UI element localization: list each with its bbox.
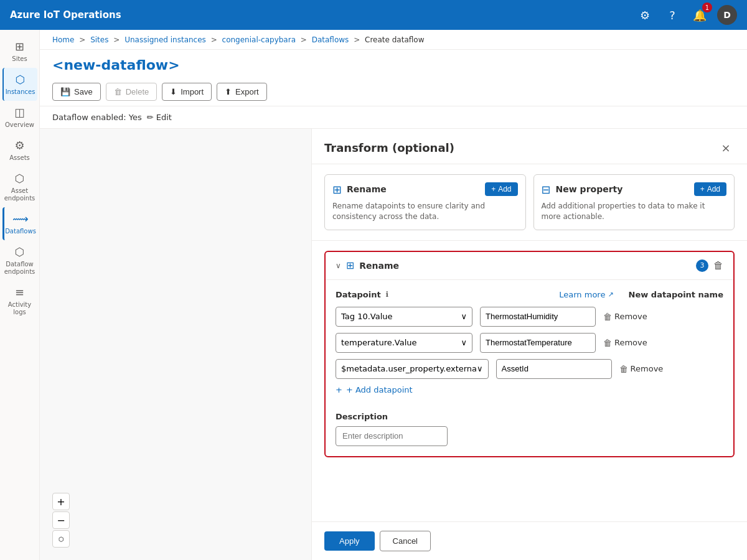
activity-logs-icon: ≡ xyxy=(15,286,24,299)
new-property-add-button[interactable]: + Add xyxy=(694,182,726,196)
sidebar-item-assets[interactable]: ⚙ Assets xyxy=(2,134,37,167)
help-icon[interactable]: ? xyxy=(662,5,682,25)
dataflow-status: Dataflow enabled: Yes xyxy=(52,113,142,122)
dataflows-icon: ⟿ xyxy=(12,212,29,225)
avatar[interactable]: D xyxy=(717,5,737,25)
sidebar-label-asset-endpoints: Asset endpoints xyxy=(4,187,35,202)
overview-icon: ◫ xyxy=(14,106,25,119)
rename-count-badge: 3 xyxy=(696,259,708,272)
save-button[interactable]: 💾 Save xyxy=(52,83,101,101)
delete-button[interactable]: 🗑 Delete xyxy=(106,83,157,101)
breadcrumb-unassigned[interactable]: Unassigned instances xyxy=(125,35,206,44)
new-name-input-1[interactable] xyxy=(480,307,596,327)
rename-delete-button[interactable]: 🗑 xyxy=(713,259,723,271)
datapoints-area: Datapoint ℹ Learn more ↗ New datapoint n… xyxy=(326,280,733,412)
datapoint-select-1-value: Tag 10.Value xyxy=(341,312,393,321)
rename-add-icon: + xyxy=(491,185,496,194)
datapoint-select-1[interactable]: Tag 10.Value ∨ xyxy=(336,307,472,327)
cards-row: ⊞ Rename + Add Rename datapoints to ensu… xyxy=(312,164,747,241)
toolbar: 💾 Save 🗑 Delete ⬇ Import ⬆ Export xyxy=(40,78,747,106)
zoom-reset-button[interactable]: ⬡ xyxy=(52,530,70,548)
datapoint-select-3[interactable]: $metadata.user_property.externa ∨ xyxy=(336,359,489,379)
panel-header: Transform (optional) × xyxy=(312,129,747,164)
sidebar-label-assets: Assets xyxy=(9,154,30,162)
transform-panel: Transform (optional) × ⊞ Rename + xyxy=(311,129,747,560)
export-button[interactable]: ⬆ Export xyxy=(217,83,267,101)
breadcrumb-sites[interactable]: Sites xyxy=(90,35,108,44)
datapoint-select-2-value: temperature.Value xyxy=(341,338,417,347)
remove-row-1-label: Remove xyxy=(614,312,647,321)
new-name-input-3[interactable] xyxy=(496,359,612,379)
sidebar-item-sites[interactable]: ⊞ Sites xyxy=(2,35,37,68)
canvas-area: + − ⬡ Transform (optional) × xyxy=(40,129,747,560)
panel-title: Transform (optional) xyxy=(324,141,454,154)
export-icon: ⬆ xyxy=(225,87,232,96)
sidebar-label-dataflow-endpoints: Dataflow endpoints xyxy=(4,261,35,276)
asset-endpoints-icon: ⬡ xyxy=(15,172,25,185)
rename-card-header: ⊞ Rename + Add xyxy=(332,182,518,196)
save-label: Save xyxy=(74,87,93,96)
datapoints-labels-row: Datapoint ℹ Learn more ↗ New datapoint n… xyxy=(336,290,723,299)
new-property-card-title: New property xyxy=(556,184,623,194)
sidebar-item-asset-endpoints[interactable]: ⬡ Asset endpoints xyxy=(2,167,37,207)
sidebar-label-overview: Overview xyxy=(5,121,34,129)
edit-link[interactable]: ✏ Edit xyxy=(147,113,172,122)
breadcrumb-instance[interactable]: congenial-capybara xyxy=(222,35,296,44)
cancel-button[interactable]: Cancel xyxy=(380,531,431,551)
remove-row-1-button[interactable]: 🗑 Remove xyxy=(603,312,647,322)
new-name-column-label: New datapoint name xyxy=(629,290,723,299)
datapoint-select-2-chevron: ∨ xyxy=(461,338,467,347)
new-property-add-icon: + xyxy=(700,185,705,194)
datapoint-select-2[interactable]: temperature.Value ∨ xyxy=(336,333,472,353)
learn-more-link[interactable]: Learn more ↗ xyxy=(559,290,613,299)
sidebar-label-instances: Instances xyxy=(6,88,35,96)
sidebar-item-activity-logs[interactable]: ≡ Activity logs xyxy=(2,281,37,321)
breadcrumb-home[interactable]: Home xyxy=(52,35,74,44)
app-title: Azure IoT Operations xyxy=(10,9,635,21)
rename-card-desc: Rename datapoints to ensure clarity and … xyxy=(332,201,518,222)
remove-row-3-button[interactable]: 🗑 Remove xyxy=(619,364,664,374)
sidebar-item-dataflows[interactable]: ⟿ Dataflows xyxy=(2,207,37,240)
new-property-card-desc: Add additional properties to data to mak… xyxy=(542,201,727,222)
rename-add-label: Add xyxy=(498,185,511,194)
rename-section-icon: ⊞ xyxy=(346,259,354,271)
bell-icon[interactable]: 🔔 1 xyxy=(690,5,710,25)
add-datapoint-button[interactable]: + + Add datapoint xyxy=(336,385,723,394)
apply-button[interactable]: Apply xyxy=(324,531,375,551)
canvas-flow: + − ⬡ xyxy=(40,129,311,560)
sidebar-label-sites: Sites xyxy=(12,55,27,63)
datapoint-select-1-chevron: ∨ xyxy=(461,312,467,321)
new-name-input-2[interactable] xyxy=(480,333,596,353)
panel-scroll: ∨ ⊞ Rename 3 🗑 Datapoint ℹ xyxy=(312,241,747,521)
close-panel-button[interactable]: × xyxy=(717,139,735,156)
remove-row-2-label: Remove xyxy=(614,338,647,347)
add-datapoint-label: + Add datapoint xyxy=(346,385,413,394)
breadcrumb-dataflows[interactable]: Dataflows xyxy=(312,35,349,44)
remove-row-2-button[interactable]: 🗑 Remove xyxy=(603,338,647,348)
panel-footer: Apply Cancel xyxy=(312,521,747,560)
zoom-out-button[interactable]: − xyxy=(52,511,70,529)
settings-icon[interactable]: ⚙ xyxy=(635,5,655,25)
zoom-in-button[interactable]: + xyxy=(52,493,70,510)
description-section: Description xyxy=(326,412,733,456)
description-input[interactable] xyxy=(336,426,448,446)
remove-row-2-icon: 🗑 xyxy=(603,338,612,348)
sidebar-item-instances[interactable]: ⬡ Instances xyxy=(2,68,37,101)
import-button[interactable]: ⬇ Import xyxy=(162,83,212,101)
datapoint-column-label: Datapoint xyxy=(336,290,381,299)
rename-section: ∨ ⊞ Rename 3 🗑 Datapoint ℹ xyxy=(324,251,735,457)
export-label: Export xyxy=(235,87,259,96)
delete-icon: 🗑 xyxy=(114,87,122,96)
rename-add-button[interactable]: + Add xyxy=(485,182,517,196)
sidebar-item-dataflow-endpoints[interactable]: ⬡ Dataflow endpoints xyxy=(2,240,37,281)
collapse-button[interactable]: ∨ xyxy=(336,261,341,270)
remove-row-3-icon: 🗑 xyxy=(619,364,628,374)
breadcrumb-bar: Home > Sites > Unassigned instances > co… xyxy=(40,30,747,50)
dataflow-endpoints-icon: ⬡ xyxy=(15,245,25,258)
topbar: Azure IoT Operations ⚙ ? 🔔 1 D xyxy=(0,0,747,30)
sidebar-label-activity-logs: Activity logs xyxy=(5,301,35,316)
import-icon: ⬇ xyxy=(170,87,177,96)
datapoint-info-icon[interactable]: ℹ xyxy=(386,290,389,299)
content-area: Home > Sites > Unassigned instances > co… xyxy=(40,30,747,560)
sidebar-item-overview[interactable]: ◫ Overview xyxy=(2,101,37,134)
